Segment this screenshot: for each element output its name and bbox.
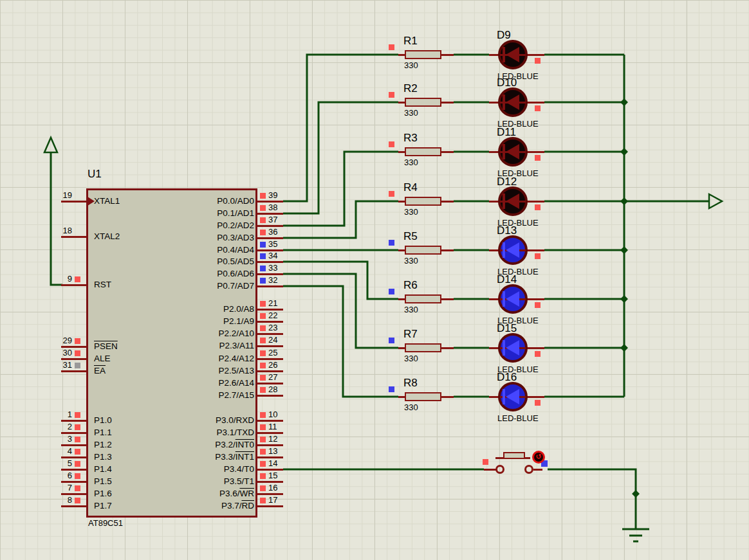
pin-stub-8[interactable] <box>61 505 86 507</box>
pin-label-text: P2.0/A8 <box>223 304 254 314</box>
pin-number: 27 <box>268 373 277 382</box>
button-actuator-icon[interactable]: ↺ <box>532 451 545 464</box>
led-lead-right <box>527 347 544 349</box>
led-ref-label: D9 <box>497 29 511 42</box>
pin-stub-6[interactable] <box>61 481 86 483</box>
led-triangle-icon <box>506 144 519 159</box>
pin-stub-17[interactable] <box>257 505 283 507</box>
led-lead-right <box>527 151 544 153</box>
button-left-lead <box>484 469 497 471</box>
pin-label: P1.2 <box>94 439 112 451</box>
pin-label-overline: INT0 <box>236 440 254 449</box>
pin-label-text: P0.1/AD1 <box>217 208 254 218</box>
pin-label: P2.0/A8 <box>121 303 254 315</box>
pin-label: P0.5/AD5 <box>121 256 254 267</box>
pin-label: P0.3/AD3 <box>121 232 254 244</box>
pin-stub-31[interactable] <box>61 370 86 372</box>
pin-label: P3.5/T1 <box>121 476 254 487</box>
led-type-label: LED-BLUE <box>497 413 539 424</box>
pin-stub-7[interactable] <box>61 493 86 495</box>
button-plunger[interactable] <box>503 452 525 459</box>
pin-label-text: P3.4/T0 <box>224 464 254 474</box>
pin-label: P3.3/INT1 <box>121 451 254 463</box>
pin-stub-2[interactable] <box>61 432 86 434</box>
pin-label: P2.1/A9 <box>121 316 254 327</box>
pin-stub-19[interactable] <box>61 201 86 203</box>
pin-label-text: P2.5/A13 <box>218 366 254 375</box>
pin-stub-32[interactable] <box>257 285 283 287</box>
pin-label-text: P3.3/ <box>215 452 236 462</box>
pin-label: P1.1 <box>94 427 112 438</box>
pin-number: 7 <box>31 483 72 492</box>
pin-label: XTAL2 <box>94 231 120 242</box>
pin-stub-5[interactable] <box>61 469 86 471</box>
led-triangle-icon <box>506 242 519 258</box>
pin-number: 18 <box>31 226 72 235</box>
pin-label: P0.7/AD7 <box>121 280 254 292</box>
resistor-R5[interactable] <box>405 246 441 255</box>
pin-label: RST <box>94 279 111 291</box>
pin-label-text: P1.1 <box>94 428 112 437</box>
pin-stub-28[interactable] <box>257 395 283 397</box>
pin-label-text: P0.4/AD4 <box>217 245 254 255</box>
pin-stub-4[interactable] <box>61 456 86 458</box>
resistor-ref-label: R4 <box>403 181 418 194</box>
pin-state-indicator <box>260 437 266 442</box>
resistor-R4[interactable] <box>405 197 441 206</box>
pin-label: P2.7/A15 <box>121 390 254 401</box>
resistor-R2[interactable] <box>405 98 441 107</box>
led-pin-state <box>535 204 541 210</box>
pin-number: 25 <box>268 348 277 357</box>
led-ref-label: D10 <box>497 77 517 89</box>
pin-state-indicator <box>75 363 80 368</box>
led-pin-state <box>535 351 541 357</box>
pin-label: P1.6 <box>94 488 112 500</box>
pin-state-indicator <box>75 473 80 479</box>
led-lead-left <box>489 298 499 300</box>
resistor-R8[interactable] <box>405 392 441 401</box>
resistor-R7[interactable] <box>405 343 441 352</box>
pin-number: 19 <box>31 191 72 200</box>
resistor-R1[interactable] <box>405 50 441 59</box>
button-contact-right[interactable] <box>524 465 533 474</box>
led-cathode-bar <box>503 144 505 159</box>
resistor-R6[interactable] <box>405 294 441 303</box>
pin-label-text: P2.4/A12 <box>218 354 254 363</box>
pin-label: PSEN <box>94 341 118 352</box>
pin-number: 9 <box>31 275 72 284</box>
resistor-ref-label: R8 <box>403 377 418 390</box>
led-triangle-icon <box>506 291 519 307</box>
resistor-pin-state <box>389 92 394 98</box>
pin-state-indicator <box>260 363 266 368</box>
resistor-ref-label: R7 <box>403 328 418 341</box>
resistor-value-label: 330 <box>404 305 418 315</box>
pin-number: 10 <box>268 410 277 419</box>
pin-state-indicator <box>260 412 266 418</box>
pin-stub-1[interactable] <box>61 420 86 422</box>
pin-state-indicator <box>75 485 80 491</box>
pin-stub-9[interactable] <box>61 284 86 286</box>
pin-number: 13 <box>268 447 277 456</box>
resistor-ref-label: R2 <box>403 82 418 95</box>
pin-state-indicator <box>260 313 266 319</box>
pin-number: 31 <box>31 361 72 370</box>
pin-stub-18[interactable] <box>61 236 86 238</box>
pin-label-text: P1.5 <box>94 476 112 486</box>
pin-state-indicator <box>75 338 80 344</box>
button-contact-left[interactable] <box>495 465 504 474</box>
pin-number: 5 <box>31 459 72 468</box>
pin-stub-24[interactable] <box>257 345 283 347</box>
pin-label: ALE <box>94 353 111 365</box>
pin-state-indicator <box>260 242 266 248</box>
pin-label: P2.2/A10 <box>121 328 254 339</box>
pin-label-text: P1.3 <box>94 452 112 462</box>
pin-stub-3[interactable] <box>61 444 86 446</box>
pin-label: P3.0/RXD <box>121 415 254 426</box>
pin-label-text: P3.2/ <box>215 440 236 449</box>
pin-state-indicator <box>260 449 266 455</box>
resistor-ref-label: R1 <box>403 35 418 48</box>
pin-number: 28 <box>268 385 277 394</box>
resistor-R3[interactable] <box>405 147 441 156</box>
pin-number: 8 <box>31 496 72 505</box>
pin-number: 16 <box>268 483 277 492</box>
